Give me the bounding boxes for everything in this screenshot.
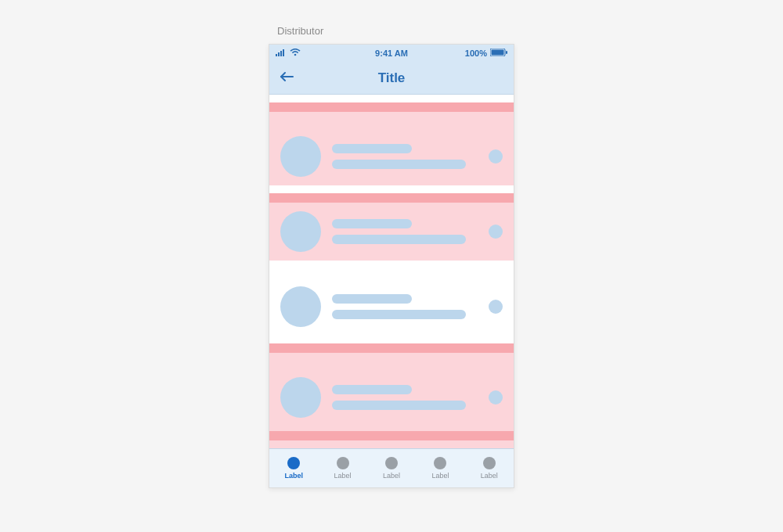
list-item-text <box>332 219 478 244</box>
accessory-icon <box>489 300 503 314</box>
section-header <box>269 343 514 353</box>
subtitle-placeholder <box>332 401 466 410</box>
page-title: Title <box>269 70 514 86</box>
avatar <box>280 377 321 418</box>
accessory-icon <box>489 149 503 164</box>
tab-1[interactable]: Label <box>269 449 318 487</box>
section-header <box>269 268 514 278</box>
accessory-icon <box>489 390 503 404</box>
avatar <box>280 136 321 177</box>
title-placeholder <box>332 294 412 304</box>
phone-frame: 9:41 AM 100% Title <box>269 44 514 488</box>
tab-icon <box>434 457 446 469</box>
tab-label: Label <box>431 472 449 480</box>
content-area <box>269 95 514 448</box>
title-placeholder <box>332 144 412 153</box>
list-item[interactable] <box>269 278 514 336</box>
tab-5[interactable]: Label <box>465 449 514 487</box>
avatar <box>280 211 321 252</box>
tab-3[interactable]: Label <box>367 449 416 487</box>
tab-icon <box>483 457 496 469</box>
tab-bar: Label Label Label Label Label <box>269 448 514 487</box>
tab-2[interactable]: Label <box>318 449 366 487</box>
subtitle-placeholder <box>332 310 466 319</box>
section-label <box>269 112 514 128</box>
subtitle-placeholder <box>332 235 466 244</box>
list-item[interactable] <box>269 368 514 426</box>
tab-icon <box>287 457 300 469</box>
tab-label: Label <box>284 472 303 480</box>
spacer <box>269 261 514 268</box>
tab-icon <box>337 457 349 469</box>
spacer <box>269 95 514 102</box>
page-label: Distributor <box>277 25 323 37</box>
list-item[interactable] <box>269 128 514 185</box>
tab-label: Label <box>334 472 352 480</box>
section-label <box>269 353 514 368</box>
list-item-text <box>332 294 478 319</box>
list-item[interactable] <box>269 440 514 448</box>
spacer <box>269 336 514 343</box>
list-item[interactable] <box>269 203 514 261</box>
avatar <box>280 286 321 327</box>
section-header <box>269 431 514 440</box>
tab-label: Label <box>383 472 400 480</box>
status-time: 9:41 AM <box>269 49 514 58</box>
title-placeholder <box>332 385 412 394</box>
spacer <box>269 185 514 193</box>
tab-label: Label <box>481 472 498 480</box>
nav-bar: Title <box>269 62 514 95</box>
section-header <box>269 193 514 203</box>
tab-icon <box>385 457 398 469</box>
list-item-text <box>332 144 478 169</box>
accessory-icon <box>489 225 503 239</box>
title-placeholder <box>332 219 412 228</box>
list-item-text <box>332 385 478 410</box>
tab-4[interactable]: Label <box>416 449 464 487</box>
subtitle-placeholder <box>332 160 466 169</box>
section-header <box>269 102 514 112</box>
status-bar: 9:41 AM 100% <box>269 45 514 62</box>
